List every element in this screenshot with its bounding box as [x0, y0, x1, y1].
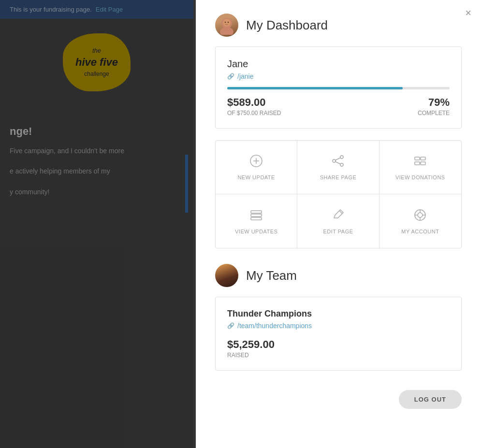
my-account-icon — [413, 208, 427, 224]
svg-rect-17 — [251, 211, 262, 213]
share-page-label: SHARE PAGE — [320, 174, 357, 180]
view-updates-label: VIEW UPDATES — [235, 229, 277, 234]
progress-card: Jane 🔗 /janie $589.00 OF $750.00 RAISED … — [215, 46, 462, 129]
svg-point-8 — [340, 156, 343, 159]
pct-info: 79% COMPLETE — [418, 96, 450, 116]
user-link[interactable]: 🔗 /janie — [227, 72, 450, 80]
new-update-icon — [249, 154, 263, 170]
progress-bar-background — [227, 87, 450, 89]
svg-point-9 — [333, 159, 335, 162]
new-update-button[interactable]: NEW UPDATE — [216, 141, 297, 194]
raised-info: $589.00 OF $750.00 RAISED — [227, 96, 281, 116]
dashboard-panel: × My Dashboard Jane — [196, 0, 481, 448]
view-donations-button[interactable]: VIEW DONATIONS — [379, 141, 461, 194]
team-avatar — [215, 264, 238, 287]
link-icon: 🔗 — [227, 73, 234, 80]
progress-stats: $589.00 OF $750.00 RAISED 79% COMPLETE — [227, 96, 450, 116]
svg-point-4 — [228, 22, 229, 23]
pct-label: COMPLETE — [418, 110, 450, 116]
team-card: Thunder Champions 🔗 /team/thunderchampio… — [215, 297, 462, 371]
view-donations-label: VIEW DONATIONS — [395, 174, 445, 180]
share-page-button[interactable]: SHARE PAGE — [297, 141, 379, 194]
team-name: Thunder Champions — [227, 309, 450, 319]
raised-amount: $589.00 — [227, 96, 281, 109]
svg-line-12 — [335, 162, 340, 164]
user-name: Jane — [227, 58, 450, 70]
avatar — [215, 14, 238, 37]
avatar-image — [217, 15, 236, 35]
svg-point-1 — [220, 27, 233, 35]
team-link-text: /team/thunderchampions — [237, 322, 312, 330]
logout-area: LOG OUT — [196, 390, 481, 428]
svg-rect-14 — [421, 157, 425, 160]
new-update-label: NEW UPDATE — [237, 174, 275, 180]
my-account-label: MY ACCOUNT — [401, 229, 439, 234]
svg-point-3 — [225, 22, 226, 23]
team-title: My Team — [246, 268, 297, 283]
svg-point-2 — [223, 19, 231, 27]
logout-button[interactable]: LOG OUT — [399, 390, 462, 409]
action-grid: NEW UPDATE SHARE PAGE — [215, 140, 462, 248]
svg-rect-13 — [415, 157, 420, 160]
svg-point-10 — [340, 163, 343, 166]
edit-page-icon — [331, 208, 345, 224]
svg-rect-16 — [421, 162, 425, 165]
close-button[interactable]: × — [465, 8, 471, 18]
svg-point-22 — [418, 213, 423, 217]
dashboard-title: My Dashboard — [246, 18, 328, 33]
edit-page-button[interactable]: EDIT PAGE — [297, 194, 379, 248]
progress-bar-fill — [227, 87, 403, 89]
team-header: My Team — [196, 262, 481, 297]
edit-page-label: EDIT PAGE — [323, 229, 353, 234]
team-raised-label: RAISED — [227, 352, 450, 359]
svg-rect-18 — [251, 214, 262, 217]
svg-line-11 — [335, 158, 340, 160]
svg-rect-19 — [251, 217, 262, 220]
dashboard-header: My Dashboard — [196, 0, 481, 46]
svg-rect-15 — [415, 162, 420, 165]
overlay: × My Dashboard Jane — [0, 0, 481, 448]
user-link-text: /janie — [237, 72, 253, 80]
raised-label: OF $750.00 RAISED — [227, 110, 281, 116]
view-updates-button[interactable]: VIEW UPDATES — [216, 194, 297, 248]
share-page-icon — [331, 154, 345, 170]
team-link[interactable]: 🔗 /team/thunderchampions — [227, 322, 450, 330]
team-raised-amount: $5,259.00 — [227, 338, 450, 351]
pct-value: 79% — [418, 96, 450, 109]
my-account-button[interactable]: MY ACCOUNT — [379, 194, 461, 248]
view-donations-icon — [413, 154, 427, 170]
team-link-icon: 🔗 — [227, 322, 234, 329]
view-updates-icon — [249, 208, 263, 224]
